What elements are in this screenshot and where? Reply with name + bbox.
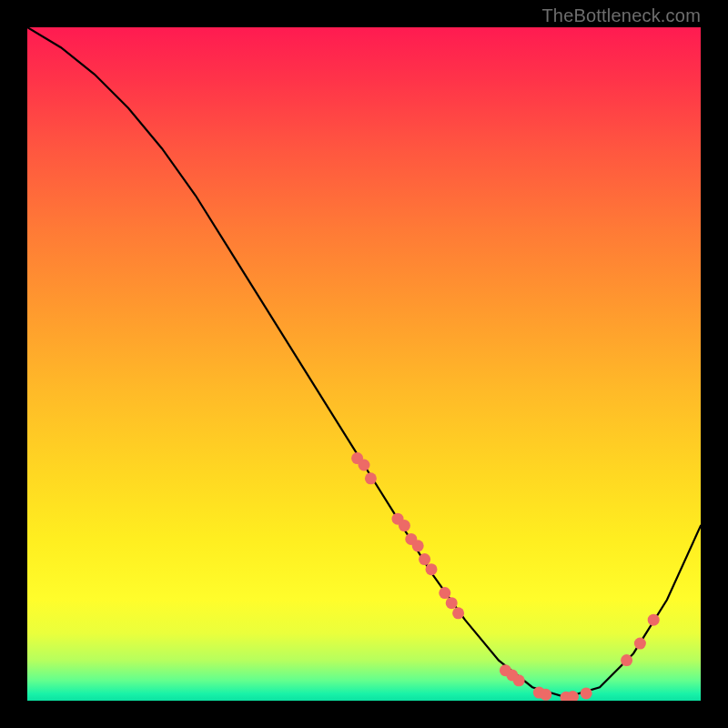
highlight-dot (399, 520, 410, 531)
highlight-dot (365, 472, 377, 484)
chart-svg (27, 27, 701, 701)
highlight-dot (621, 654, 632, 666)
highlight-dot (581, 687, 592, 699)
highlight-dot (419, 553, 430, 565)
highlight-dot (426, 563, 438, 575)
bottleneck-curve (27, 27, 701, 697)
attribution-label: TheBottleneck.com (541, 5, 701, 26)
highlight-dot (452, 607, 464, 619)
highlight-dot (439, 587, 450, 599)
highlight-dot (513, 674, 525, 686)
highlight-dot (359, 460, 370, 471)
highlight-dot (446, 597, 458, 609)
highlight-dots (351, 452, 660, 701)
highlight-dot (634, 638, 646, 650)
highlight-dot (412, 540, 424, 551)
highlight-dot (648, 614, 660, 626)
plot-area (27, 27, 701, 701)
stage: TheBottleneck.com (0, 0, 728, 728)
highlight-dot (540, 689, 551, 701)
